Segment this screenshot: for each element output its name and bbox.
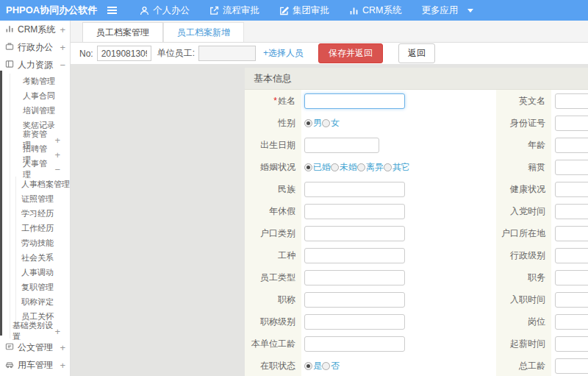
sidebar-item-hr-contract[interactable]: 人事合同	[10, 88, 70, 103]
return-button[interactable]: 返回	[398, 43, 435, 63]
radio-married[interactable]	[304, 163, 312, 171]
book-icon	[5, 60, 18, 71]
expand-icon[interactable]: +	[54, 135, 60, 145]
sidebar: CRM系统 + 行政办公 + 人力资源 − 考勤管理 人事合同 培训管理 奖惩记…	[0, 21, 71, 376]
field-label: 职务	[496, 266, 551, 288]
field-label: 年休假	[245, 200, 301, 222]
radio-no[interactable]	[322, 362, 330, 370]
unit-employee-input[interactable]	[198, 46, 256, 61]
radio-divorced[interactable]	[357, 163, 365, 171]
form-row: 工种 行政级别	[245, 244, 588, 266]
birth-date-input[interactable]	[304, 138, 379, 153]
radio-unmarried[interactable]	[331, 163, 339, 171]
collapse-icon[interactable]: −	[60, 60, 65, 70]
sidebar-item-personnel-archive[interactable]: 人事档案管理	[16, 177, 70, 191]
bar-chart-icon	[349, 6, 359, 15]
ethnicity-input[interactable]	[304, 182, 405, 197]
form-row: 婚姻状况 已婚 未婚 离异 其它 籍贯	[245, 156, 588, 178]
sidebar-item-documents[interactable]: 公文管理 +	[0, 338, 70, 356]
expand-icon[interactable]: +	[60, 43, 65, 52]
form-row: 年休假 入党时间	[245, 200, 588, 222]
salary-start-date-input[interactable]	[555, 336, 588, 352]
nav-item-personal-office[interactable]: 个人办公	[140, 4, 190, 17]
nav-item-more-apps[interactable]: 更多应用	[421, 4, 473, 17]
employment-status-radio-group: 是 否	[301, 355, 496, 376]
save-and-return-button[interactable]: 保存并返回	[318, 43, 383, 63]
unit-employee-label: 单位员工:	[157, 47, 195, 60]
age-input[interactable]	[555, 138, 588, 153]
title-level-input[interactable]	[304, 314, 405, 330]
field-label: 起薪时间	[496, 333, 551, 355]
job-type-input[interactable]	[304, 248, 405, 263]
expand-icon[interactable]: +	[60, 343, 65, 352]
radio-yes[interactable]	[304, 362, 312, 370]
expand-icon[interactable]: +	[60, 25, 65, 35]
sidebar-item-personnel-mgmt[interactable]: 人事管理−	[10, 162, 70, 177]
sidebar-item-transfer[interactable]: 人事调动	[16, 265, 70, 280]
tab-employee-archive-new[interactable]: 员工档案新增	[163, 22, 244, 42]
job-title-input[interactable]	[304, 292, 405, 308]
radio-female[interactable]	[322, 119, 330, 127]
basic-info-panel: 基本信息 *姓名 英文名 性别 男 女 身份证号	[245, 68, 588, 376]
sidebar-item-vehicle[interactable]: 用车管理 +	[0, 356, 70, 374]
field-label: 年龄	[496, 134, 551, 156]
form-row: 职称级别 岗位	[245, 311, 588, 333]
annual-leave-input[interactable]	[304, 204, 405, 219]
post-input[interactable]	[555, 314, 588, 330]
native-place-input[interactable]	[555, 160, 588, 175]
sidebar-scrollbar[interactable]	[0, 71, 2, 336]
tab-employee-archive-mgmt[interactable]: 员工档案管理	[82, 22, 163, 42]
sidebar-item-base-category[interactable]: 基础类别设置+	[10, 324, 70, 338]
sidebar-item-certificates[interactable]: 证照管理	[16, 191, 70, 206]
sidebar-item-work-history[interactable]: 工作经历	[16, 221, 70, 235]
english-name-input[interactable]	[555, 93, 588, 109]
household-type-input[interactable]	[304, 226, 405, 241]
form-row: 性别 男 女 身份证号	[245, 112, 588, 134]
briefcase-icon	[5, 42, 18, 53]
no-input[interactable]	[97, 46, 151, 61]
hire-date-input[interactable]	[555, 292, 588, 308]
personnel-submenu: 人事档案管理 证照管理 学习经历 工作经历 劳动技能 社会关系 人事调动 复职管…	[15, 177, 70, 324]
position-input[interactable]	[555, 270, 588, 285]
party-join-date-input[interactable]	[555, 204, 588, 219]
sidebar-item-title-review[interactable]: 职称评定	[16, 294, 70, 309]
radio-other[interactable]	[384, 163, 392, 171]
sidebar-item-attendance[interactable]: 考勤管理	[10, 74, 70, 88]
company-seniority-input[interactable]	[304, 336, 405, 352]
form-row: 本单位工龄 起薪时间	[245, 333, 588, 355]
content-area: 基本信息 *姓名 英文名 性别 男 女 身份证号	[71, 65, 588, 376]
admin-level-input[interactable]	[555, 248, 588, 263]
id-number-input[interactable]	[555, 116, 588, 131]
required-marker: *	[273, 96, 277, 106]
select-person-link[interactable]: +选择人员	[263, 47, 304, 60]
sidebar-item-labor-skill[interactable]: 劳动技能	[16, 235, 70, 250]
expand-icon[interactable]: +	[60, 361, 65, 370]
total-seniority-input[interactable]	[555, 358, 588, 374]
field-label: 户口类别	[245, 222, 301, 244]
field-label: 民族	[245, 178, 301, 200]
form-row: 户口类别 户口所在地	[245, 222, 588, 244]
radio-male[interactable]	[304, 119, 312, 127]
sidebar-item-education[interactable]: 学习经历	[16, 206, 70, 221]
expand-icon[interactable]: +	[54, 150, 60, 160]
name-input[interactable]	[304, 93, 405, 109]
form-row: 民族 健康状况	[245, 178, 588, 200]
hamburger-menu-icon[interactable]	[104, 4, 120, 17]
sidebar-item-admin-office[interactable]: 行政办公 +	[0, 38, 70, 56]
sidebar-item-hr[interactable]: 人力资源 −	[0, 56, 70, 74]
field-label: 身份证号	[496, 112, 551, 134]
nav-item-crm[interactable]: CRM系统	[349, 4, 401, 17]
sidebar-item-reinstate[interactable]: 复职管理	[16, 280, 70, 294]
sidebar-item-crm[interactable]: CRM系统 +	[0, 21, 70, 38]
expand-icon[interactable]: +	[54, 327, 60, 336]
sidebar-item-training[interactable]: 培训管理	[10, 103, 70, 118]
main-area: 员工档案管理 员工档案新增 No: 单位员工: +选择人员 保存并返回 返回 基…	[71, 21, 588, 376]
collapse-icon[interactable]: −	[54, 165, 60, 174]
employee-type-input[interactable]	[304, 270, 405, 285]
health-status-input[interactable]	[555, 182, 588, 197]
nav-item-group-approval[interactable]: 集团审批	[279, 4, 329, 17]
household-location-input[interactable]	[555, 226, 588, 241]
field-label: 入党时间	[496, 200, 551, 222]
nav-item-flow-approval[interactable]: 流程审批	[209, 4, 259, 17]
sidebar-item-social-relation[interactable]: 社会关系	[16, 250, 70, 265]
